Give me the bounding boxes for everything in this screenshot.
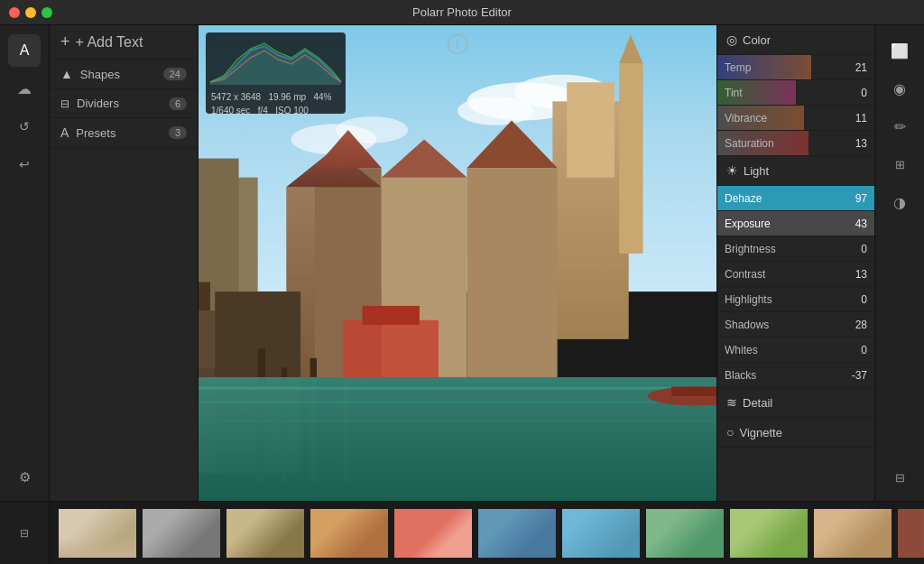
dehaze-label: Dehaze — [725, 192, 842, 205]
sidebar-icon-text[interactable]: A — [8, 34, 41, 67]
sidebar-icon-copy[interactable]: ⬜ — [883, 34, 916, 67]
pencil-icon: ✏ — [894, 118, 906, 135]
vibrance-value: 11 — [842, 112, 867, 125]
svg-rect-28 — [199, 387, 716, 390]
color-section-icon: ◎ — [726, 32, 737, 47]
svg-rect-21 — [199, 282, 210, 311]
slider-saturation[interactable]: Saturation 13 — [717, 131, 874, 156]
panel-item-shapes[interactable]: ▲ Shapes 24 — [50, 60, 198, 89]
sidebar-icon-cloud[interactable]: ☁ — [8, 72, 41, 105]
sidebar-icon-lens[interactable]: ◉ — [883, 72, 916, 105]
saturation-label: Saturation — [725, 137, 842, 150]
slider-brightness[interactable]: Brightness 0 — [717, 236, 874, 262]
sidebar-icon-compare[interactable]: ⊟ — [883, 461, 916, 494]
filmstrip-thumb-11[interactable] — [896, 507, 924, 559]
detail-section-icon: ≋ — [726, 395, 737, 410]
filmstrip-thumb-3[interactable] — [225, 507, 306, 559]
filmstrip-thumb-10[interactable] — [812, 507, 893, 559]
right-panel: ◎ Color Temp 21 Tint 0 Vibrance 11 — [716, 25, 874, 501]
slider-contrast[interactable]: Contrast 13 — [717, 262, 874, 287]
light-section-label: Light — [744, 164, 769, 178]
vignette-section-label: Vignette — [739, 426, 781, 439]
close-button[interactable] — [9, 7, 20, 18]
shapes-icon: ▲ — [60, 67, 73, 81]
light-section-icon: ☀ — [726, 163, 738, 178]
sidebar-icon-crop[interactable]: ⊞ — [883, 148, 916, 180]
presets-count: 3 — [169, 126, 187, 139]
exposure-label: Exposure — [725, 217, 842, 230]
filmstrip-thumb-7[interactable] — [560, 507, 642, 559]
sidebar-icon-undo[interactable]: ↩ — [8, 148, 41, 180]
svg-rect-33 — [344, 320, 439, 377]
svg-rect-10 — [619, 63, 642, 254]
center-panel: 5472 x 3648 19.96 mp 44% 1/640 sec f/4 I… — [199, 25, 716, 501]
whites-label: Whites — [725, 344, 842, 356]
sidebar-icon-history[interactable]: ↺ — [8, 110, 41, 143]
svg-rect-30 — [199, 420, 716, 421]
slider-exposure[interactable]: Exposure 43 — [717, 211, 874, 236]
info-button[interactable]: i — [448, 34, 467, 54]
histogram-chart — [206, 32, 346, 85]
detail-section-header[interactable]: ≋ Detail — [717, 388, 874, 418]
brightness-value: 0 — [842, 243, 867, 255]
filmstrip-thumb-6[interactable] — [476, 507, 558, 559]
panel-item-presets[interactable]: A Presets 3 — [50, 118, 198, 148]
photo-exposure: 1/640 sec f/4 ISO 100 — [211, 104, 340, 114]
contrast-label: Contrast — [725, 268, 842, 281]
svg-rect-18 — [467, 168, 558, 377]
slider-blacks[interactable]: Blacks -37 — [717, 363, 874, 388]
svg-rect-9 — [567, 82, 614, 177]
filmstrip-thumb-2[interactable] — [141, 507, 222, 559]
shadows-value: 28 — [842, 319, 867, 331]
right-sidebar-bottom: ⊟ — [883, 454, 916, 501]
text-icon: A — [20, 42, 30, 59]
blacks-value: -37 — [842, 369, 867, 382]
sidebar-icon-pencil[interactable]: ✏ — [883, 110, 916, 143]
slider-temp[interactable]: Temp 21 — [717, 55, 874, 80]
photo-viewport: 5472 x 3648 19.96 mp 44% 1/640 sec f/4 I… — [199, 25, 716, 501]
dividers-count: 6 — [169, 97, 187, 110]
slider-vibrance[interactable]: Vibrance 11 — [717, 106, 874, 131]
slider-dehaze[interactable]: Dehaze 97 — [717, 186, 874, 211]
cloud-icon: ☁ — [17, 80, 32, 97]
panel-item-dividers[interactable]: ⊟ Dividers 6 — [50, 89, 198, 118]
temp-value: 21 — [842, 61, 867, 74]
sidebar-icon-face[interactable]: ◑ — [883, 186, 916, 218]
maximize-button[interactable] — [42, 7, 52, 18]
saturation-value: 13 — [842, 137, 867, 150]
left-sidebar: A ☁ ↺ ↩ ⚙ — [0, 25, 50, 501]
svg-point-3 — [457, 97, 533, 125]
slider-shadows[interactable]: Shadows 28 — [717, 312, 874, 337]
temp-label: Temp — [725, 61, 842, 74]
slider-whites[interactable]: Whites 0 — [717, 337, 874, 363]
titlebar: Polarr Photo Editor — [0, 0, 924, 25]
crop-icon: ⊞ — [895, 158, 905, 171]
filmstrip-thumb-4[interactable] — [309, 507, 390, 559]
highlights-label: Highlights — [725, 293, 842, 306]
presets-icon: A — [60, 125, 69, 140]
filmstrip-thumb-5[interactable] — [393, 507, 474, 559]
vignette-section-header[interactable]: ○ Vignette — [717, 418, 874, 448]
filmstrip-thumb-1[interactable] — [57, 507, 138, 559]
light-section-header[interactable]: ☀ Light — [717, 156, 874, 186]
shapes-label: Shapes — [80, 68, 163, 81]
history-icon: ↺ — [19, 119, 30, 134]
filmstrip-thumb-9[interactable] — [728, 507, 809, 559]
svg-marker-36 — [210, 43, 341, 85]
dividers-label: Dividers — [77, 97, 169, 110]
filmstrip-scroll — [50, 503, 924, 564]
face-icon: ◑ — [893, 194, 906, 211]
minimize-button[interactable] — [25, 7, 36, 18]
vignette-section-icon: ○ — [726, 425, 734, 439]
slider-tint[interactable]: Tint 0 — [717, 80, 874, 106]
color-section-header[interactable]: ◎ Color — [717, 25, 874, 55]
filmstrip-icon[interactable]: ⊟ — [8, 517, 41, 550]
sidebar-icon-settings[interactable]: ⚙ — [8, 461, 41, 494]
blacks-label: Blacks — [725, 369, 842, 382]
slider-highlights[interactable]: Highlights 0 — [717, 287, 874, 312]
add-text-button[interactable]: + + Add Text — [50, 25, 198, 60]
shadows-label: Shadows — [725, 319, 842, 331]
filmstrip-thumb-8[interactable] — [644, 507, 725, 559]
window-controls — [9, 7, 52, 18]
detail-section-label: Detail — [743, 396, 772, 410]
